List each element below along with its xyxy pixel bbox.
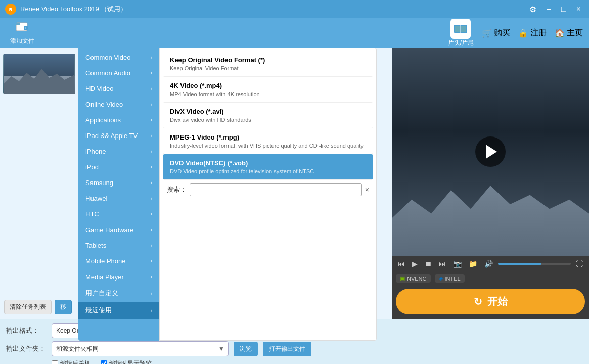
header-section-btn[interactable]: 片头/片尾 <box>448 19 474 48</box>
category-htc[interactable]: HTC › <box>78 206 159 222</box>
format-desc: MP4 Video format with 4K resolution <box>170 91 366 97</box>
start-btn-area: ↻ 开始 <box>392 285 589 318</box>
format-title: MPEG-1 Video (*.mpg) <box>170 133 366 141</box>
format-4k-video[interactable]: 4K Video (*.mp4) MP4 Video format with 4… <box>163 77 373 103</box>
play-pause-btn[interactable]: ▶ <box>410 259 420 269</box>
home-label: 主页 <box>567 28 583 38</box>
volume-icon: 🔊 <box>482 259 495 269</box>
category-common-video[interactable]: Common Video › <box>78 50 159 65</box>
arrow-icon: › <box>151 196 152 201</box>
format-divx-video[interactable]: DivX Video (*.avi) Divx avi video with H… <box>163 103 373 128</box>
format-desc: DVD Video profile optimized for televisi… <box>170 168 366 174</box>
file-thumbnail[interactable] <box>3 54 75 94</box>
category-ipad-apple-tv[interactable]: iPad && Apple TV › <box>78 128 159 144</box>
folder-btn[interactable]: 📁 <box>467 259 479 269</box>
format-mpeg1-video[interactable]: MPEG-1 Video (*.mpg) Industry-level vide… <box>163 128 373 154</box>
category-label: 最近使用 <box>85 306 112 315</box>
format-title: Keep Original Video Format (*) <box>170 56 366 64</box>
intel-icon: ◈ <box>439 275 443 282</box>
arrow-icon: › <box>151 149 152 154</box>
category-mobile-phone[interactable]: Mobile Phone › <box>78 253 159 269</box>
category-ipod[interactable]: iPod › <box>78 159 159 175</box>
skip-forward-btn[interactable]: ⏭ <box>437 259 448 269</box>
toolbar: + 添加文件 片头/片尾 🛒 购买 🔒 注册 🏠 <box>0 18 589 48</box>
search-input[interactable] <box>190 183 362 196</box>
dropdown-menu: Common Video › Common Audio › HD Video ›… <box>78 48 377 341</box>
category-tablets[interactable]: Tablets › <box>78 238 159 253</box>
open-output-button[interactable]: 打开输出文件 <box>263 342 311 356</box>
home-icon: 🏠 <box>555 28 565 38</box>
category-label: Media Player <box>85 273 124 281</box>
category-label: iPad && Apple TV <box>85 132 138 140</box>
minimize-btn[interactable]: – <box>543 4 554 15</box>
right-panel: ⏮ ▶ ⏹ ⏭ 📷 📁 🔊 ⛶ ▣ NVENC ◈ INTEL ↻ <box>392 48 589 318</box>
format-title: 4K Video (*.mp4) <box>170 82 366 89</box>
category-label: Tablets <box>85 242 106 249</box>
category-game-hardware[interactable]: Game Hardware › <box>78 222 159 238</box>
shutdown-checkbox[interactable] <box>52 360 58 364</box>
volume-fill <box>498 263 541 265</box>
category-label: Samsung <box>85 179 113 187</box>
skip-back-btn[interactable]: ⏮ <box>396 259 407 269</box>
settings-icon[interactable]: ⚙ <box>526 4 539 15</box>
close-btn[interactable]: × <box>573 4 584 15</box>
category-online-video[interactable]: Online Video › <box>78 97 159 112</box>
format-dvd-video[interactable]: DVD Video(NTSC) (*.vob) DVD Video profil… <box>163 154 373 180</box>
dropdown-categories: Common Video › Common Audio › HD Video ›… <box>78 48 159 341</box>
category-samsung[interactable]: Samsung › <box>78 175 159 191</box>
category-hd-video[interactable]: HD Video › <box>78 81 159 97</box>
category-label: Huawei <box>85 195 107 202</box>
header-section-label: 片头/片尾 <box>448 39 474 48</box>
category-label: Online Video <box>85 101 123 108</box>
category-label: Common Audio <box>85 69 130 77</box>
header-section-icon <box>450 19 471 39</box>
camera-btn[interactable]: 📷 <box>451 259 464 269</box>
output-format-label: 输出格式： <box>6 326 47 335</box>
stop-btn[interactable]: ⏹ <box>423 259 434 269</box>
start-label: 开始 <box>487 295 508 308</box>
category-media-player[interactable]: Media Player › <box>78 269 159 285</box>
category-applications[interactable]: Applications › <box>78 112 159 128</box>
maximize-btn[interactable]: □ <box>558 4 569 15</box>
move-button[interactable]: 移 <box>55 300 72 314</box>
clear-list-button[interactable]: 清除任务列表 <box>4 300 52 314</box>
volume-bar[interactable] <box>498 263 571 265</box>
output-folder-select[interactable]: 和源文件夹相同 <box>52 341 229 356</box>
app-title: Renee Video Toolbox 2019 （试用） <box>20 5 526 14</box>
search-label: 搜索： <box>167 185 187 194</box>
category-user-defined[interactable]: 用户自定义 › <box>78 285 159 302</box>
title-bar: R Renee Video Toolbox 2019 （试用） ⚙ – □ × <box>0 0 589 18</box>
format-list: Keep Original Video Format (*) Keep Orig… <box>159 48 377 341</box>
nvidia-label: NVENC <box>407 276 427 282</box>
lock-icon: 🔒 <box>518 28 528 38</box>
start-button[interactable]: ↻ 开始 <box>396 289 585 314</box>
browse-button[interactable]: 浏览 <box>234 342 258 356</box>
preview-checkbox[interactable] <box>101 360 107 364</box>
category-iphone[interactable]: iPhone › <box>78 144 159 159</box>
show-preview-checkbox[interactable]: 编辑时显示预览 <box>101 359 152 364</box>
add-file-button[interactable]: + 添加文件 <box>6 19 38 48</box>
video-preview <box>392 48 589 256</box>
home-btn[interactable]: 🏠 主页 <box>555 28 583 38</box>
window-controls[interactable]: ⚙ – □ × <box>526 4 584 15</box>
app-logo: R <box>5 4 16 15</box>
category-common-audio[interactable]: Common Audio › <box>78 65 159 81</box>
register-btn[interactable]: 🔒 注册 <box>518 28 547 38</box>
arrow-icon: › <box>151 133 152 139</box>
category-huawei[interactable]: Huawei › <box>78 191 159 206</box>
play-button[interactable] <box>475 136 506 167</box>
fullscreen-btn[interactable]: ⛶ <box>574 259 585 269</box>
add-file-label: 添加文件 <box>10 37 34 46</box>
buy-btn[interactable]: 🛒 购买 <box>482 28 510 38</box>
arrow-icon: › <box>151 86 152 92</box>
shutdown-after-checkbox[interactable]: 编辑后关机 <box>52 359 90 364</box>
category-recent[interactable]: 最近使用 › <box>78 302 159 319</box>
format-keep-original[interactable]: Keep Original Video Format (*) Keep Orig… <box>163 51 373 77</box>
search-clear-btn[interactable]: × <box>365 186 369 194</box>
category-label: HTC <box>85 210 99 218</box>
arrow-icon: › <box>151 274 152 280</box>
arrow-icon: › <box>151 308 152 313</box>
add-file-icon: + <box>15 21 29 36</box>
output-folder-label: 输出文件夹： <box>6 344 47 353</box>
output-folder-row: 输出文件夹： 和源文件夹相同 ▼ 浏览 打开输出文件 <box>6 341 583 356</box>
